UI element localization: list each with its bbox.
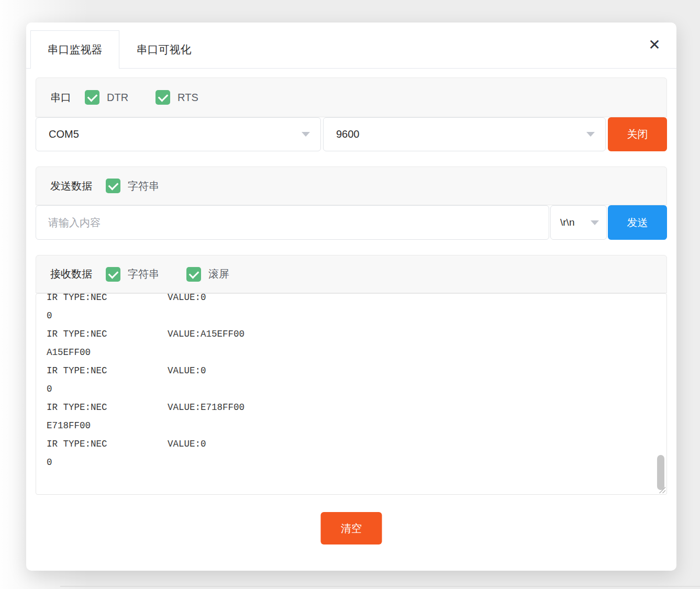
receive-data-textarea[interactable]: IR TYPE:NEC VALUE:0 0 IR TYPE:NEC VALUE:… (36, 293, 667, 495)
dtr-checkbox-item: DTR (85, 90, 128, 105)
baud-rate-select-value: 9600 (336, 128, 586, 140)
send-content-input[interactable] (36, 205, 549, 240)
serial-port-section: 串口 DTR RTS COM5 9600 关闭 (36, 77, 667, 151)
rts-checkbox-label: RTS (177, 92, 198, 104)
rts-checkbox-item: RTS (155, 90, 198, 105)
receive-string-checkbox-item: 字符串 (106, 267, 159, 282)
dtr-checkbox[interactable] (85, 90, 99, 105)
autoscroll-checkbox-item: 滚屏 (186, 267, 229, 282)
tab-serial-visualization-label: 串口可视化 (137, 42, 192, 57)
tab-serial-monitor[interactable]: 串口监视器 (30, 30, 119, 69)
receive-data-text: IR TYPE:NEC VALUE:0 0 IR TYPE:NEC VALUE:… (36, 293, 666, 472)
serial-port-controls: COM5 9600 关闭 (36, 117, 667, 151)
receive-string-checkbox-label: 字符串 (128, 267, 159, 281)
autoscroll-checkbox[interactable] (186, 267, 201, 282)
backdrop-bottom-line (60, 586, 700, 587)
send-string-checkbox-item: 字符串 (106, 179, 159, 193)
clear-button[interactable]: 清空 (321, 512, 382, 544)
send-data-section: 发送数据 字符串 \r\n 发送 (36, 166, 667, 240)
autoscroll-checkbox-label: 滚屏 (208, 267, 229, 281)
tab-serial-visualization[interactable]: 串口可视化 (119, 30, 208, 69)
receive-string-checkbox[interactable] (106, 267, 120, 282)
receive-data-title: 接收数据 (50, 267, 92, 281)
chevron-down-icon (302, 132, 310, 137)
send-string-checkbox-label: 字符串 (128, 179, 159, 193)
send-data-header: 发送数据 字符串 (36, 166, 667, 205)
line-ending-select[interactable]: \r\n (550, 205, 607, 240)
serial-port-title: 串口 (50, 91, 71, 105)
baud-rate-select[interactable]: 9600 (323, 117, 606, 151)
close-icon[interactable]: ✕ (642, 32, 667, 57)
close-port-button[interactable]: 关闭 (608, 117, 667, 151)
port-select[interactable]: COM5 (36, 117, 321, 151)
chevron-down-icon (591, 220, 599, 225)
port-select-value: COM5 (49, 128, 302, 140)
rts-checkbox[interactable] (155, 90, 170, 105)
tab-serial-monitor-label: 串口监视器 (48, 42, 103, 57)
line-ending-value: \r\n (560, 217, 591, 228)
send-string-checkbox[interactable] (106, 179, 120, 193)
send-button[interactable]: 发送 (608, 205, 667, 240)
dtr-checkbox-label: DTR (107, 92, 128, 104)
serial-port-header: 串口 DTR RTS (36, 77, 667, 117)
send-data-controls: \r\n 发送 (36, 205, 667, 240)
send-data-title: 发送数据 (50, 179, 92, 193)
chevron-down-icon (586, 132, 595, 137)
serial-monitor-dialog: 串口监视器 串口可视化 ✕ 串口 DTR RTS COM5 9600 (26, 23, 676, 571)
receive-data-header: 接收数据 字符串 滚屏 (36, 255, 667, 293)
receive-data-section: 接收数据 字符串 滚屏 IR TYPE:NEC VALUE:0 0 IR TYP… (36, 255, 667, 495)
scrollbar-thumb[interactable] (657, 455, 664, 490)
